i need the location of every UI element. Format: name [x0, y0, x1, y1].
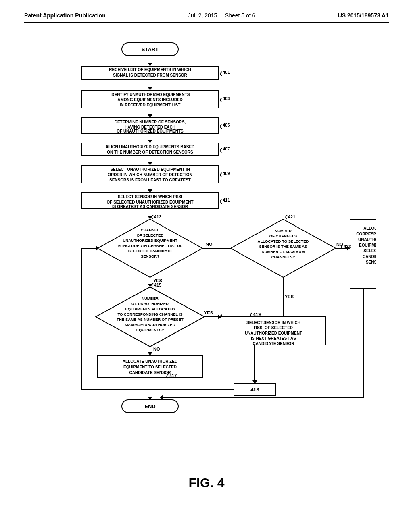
svg-text:SELECT SENSOR IN WHICH: SELECT SENSOR IN WHICH [246, 320, 300, 325]
svg-text:ALIGN UNAUTHORIZED EQUIPMENTS : ALIGN UNAUTHORIZED EQUIPMENTS BASED [106, 145, 195, 149]
svg-text:413: 413 [250, 387, 259, 393]
publication-date: Jul. 2, 2015 [188, 12, 217, 19]
svg-text:ALLOCATE: ALLOCATE [363, 226, 376, 231]
svg-marker-3 [148, 87, 152, 90]
svg-text:SENSOR?: SENSOR? [141, 254, 159, 258]
svg-text:407: 407 [223, 146, 230, 151]
svg-text:419: 419 [253, 312, 261, 317]
sheet-info: Sheet 5 of 6 [225, 12, 256, 19]
svg-text:SENSORS IS FROM LEAST TO GREAT: SENSORS IS FROM LEAST TO GREATEST [109, 178, 191, 182]
page: Patent Application Publication Jul. 2, 2… [0, 0, 413, 532]
svg-marker-36 [252, 380, 257, 384]
svg-text:SELECT UNAUTHORIZED EQUIPMENT : SELECT UNAUTHORIZED EQUIPMENT IN [110, 167, 190, 172]
svg-text:401: 401 [223, 70, 230, 75]
svg-marker-9 [148, 162, 152, 165]
svg-text:CHANNEL: CHANNEL [141, 228, 160, 232]
svg-text:UNAUTHORIZED EQUIPMENT: UNAUTHORIZED EQUIPMENT [123, 238, 177, 243]
header-center: Jul. 2, 2015 Sheet 5 of 6 [188, 12, 255, 19]
svg-text:OF SELECTED UNAUTHORIZED EQUIP: OF SELECTED UNAUTHORIZED EQUIPMENT [106, 200, 193, 204]
svg-text:NUMBER OF MAXIMUM: NUMBER OF MAXIMUM [262, 249, 305, 254]
svg-text:MAXIMUM UNAUTHORIZED: MAXIMUM UNAUTHORIZED [125, 322, 175, 327]
svg-text:413: 413 [154, 214, 161, 219]
header-left: Patent Application Publication [24, 12, 106, 19]
svg-text:CANDIDATE SENSOR: CANDIDATE SENSOR [129, 370, 171, 375]
svg-text:OF CHANNELS: OF CHANNELS [269, 234, 297, 238]
svg-text:NUMBER: NUMBER [142, 296, 159, 301]
svg-text:411: 411 [223, 197, 230, 202]
svg-text:CANDIDATE: CANDIDATE [363, 254, 376, 259]
svg-text:SENSOR: SENSOR [366, 260, 376, 264]
fig-label-text: FIG. 4 [189, 476, 225, 490]
svg-text:TO CORRESPONDING CHANNEL IS: TO CORRESPONDING CHANNEL IS [117, 312, 182, 316]
svg-text:UNAUTHORIZED: UNAUTHORIZED [358, 237, 376, 242]
svg-text:421: 421 [288, 214, 295, 219]
svg-text:YES: YES [285, 294, 294, 299]
svg-marker-39 [160, 395, 163, 400]
svg-text:IDENTIFY UNAUTHORIZED EQUIPMEN: IDENTIFY UNAUTHORIZED EQUIPMENTS [110, 92, 190, 97]
svg-text:423: 423 [344, 244, 351, 249]
svg-text:RSSI OF SELECTED: RSSI OF SELECTED [254, 326, 293, 330]
svg-text:SIGNAL IS DETECTED FROM SENSOR: SIGNAL IS DETECTED FROM SENSOR [113, 73, 187, 77]
svg-text:CHANNELS?: CHANNELS? [271, 255, 295, 259]
patent-number: US 2015/189573 A1 [338, 12, 389, 19]
patent-title: Patent Application Publication [24, 12, 106, 19]
svg-text:ORDER IN WHICH NUMBER OF DETEC: ORDER IN WHICH NUMBER OF DETECTION [108, 172, 192, 177]
svg-text:IN RECEIVED EQUIPMENT LIST: IN RECEIVED EQUIPMENT LIST [120, 103, 181, 107]
svg-text:409: 409 [223, 171, 230, 176]
svg-text:NUMBER: NUMBER [275, 229, 292, 233]
svg-text:SELECTED CANDIDATE: SELECTED CANDIDATE [128, 249, 172, 253]
svg-marker-27 [148, 397, 152, 400]
flowchart-container: YES NO NO YES YES [29, 35, 384, 463]
svg-text:SELECT SENSOR IN WHICH RSSI: SELECT SENSOR IN WHICH RSSI [118, 195, 182, 199]
svg-text:ALLOCATED TO SELECTED: ALLOCATED TO SELECTED [258, 239, 309, 243]
svg-text:AMONG EQUIPMENTS INCLUDED: AMONG EQUIPMENTS INCLUDED [117, 98, 183, 102]
svg-text:NO: NO [153, 347, 160, 351]
svg-text:405: 405 [223, 123, 230, 127]
svg-text:IS NEXT GREATEST AS: IS NEXT GREATEST AS [251, 336, 296, 341]
svg-text:DETERMINE NUMBER OF SENSORS,: DETERMINE NUMBER OF SENSORS, [115, 120, 186, 124]
svg-text:ON THE NUMBER OF DETECTION SEN: ON THE NUMBER OF DETECTION SENSORS [107, 150, 193, 154]
svg-text:415: 415 [154, 283, 161, 287]
svg-text:IS INCLUDED IN CHANNEL LIST OF: IS INCLUDED IN CHANNEL LIST OF [118, 243, 183, 248]
svg-text:OF UNAUTHORIZED EQUIPMENTS: OF UNAUTHORIZED EQUIPMENTS [117, 129, 184, 133]
svg-text:CANDIDATE SENSOR: CANDIDATE SENSOR [252, 341, 294, 346]
svg-marker-11 [148, 189, 152, 193]
svg-text:EQUIPMENT TO: EQUIPMENT TO [359, 243, 376, 247]
svg-text:RECEIVE LIST OF EQUIPMENTS IN : RECEIVE LIST OF EQUIPMENTS IN WHICH [109, 67, 191, 72]
svg-text:OF SELECTED: OF SELECTED [137, 233, 164, 237]
svg-text:EQUIPMENTS?: EQUIPMENTS? [136, 328, 164, 332]
svg-text:EQUIPMENTS ALLOCATED: EQUIPMENTS ALLOCATED [125, 307, 175, 311]
svg-text:NO: NO [206, 242, 213, 247]
svg-marker-5 [148, 114, 152, 118]
svg-marker-1 [148, 63, 152, 66]
svg-text:IS GREATEST AS CANDIDATE SENSO: IS GREATEST AS CANDIDATE SENSOR [112, 204, 188, 209]
figure-label: FIG. 4 [24, 476, 389, 490]
svg-text:START: START [142, 46, 159, 52]
svg-text:417: 417 [169, 373, 177, 378]
svg-text:YES: YES [204, 310, 213, 315]
svg-text:NO: NO [336, 242, 343, 247]
svg-text:EQUIPMENT TO SELECTED: EQUIPMENT TO SELECTED [123, 365, 177, 369]
svg-text:403: 403 [223, 96, 230, 101]
flowchart-svg: YES NO NO YES YES [29, 35, 376, 462]
svg-text:CORRESPONDING: CORRESPONDING [356, 232, 376, 236]
svg-text:ALLOCATE UNAUTHORIZED: ALLOCATE UNAUTHORIZED [123, 359, 177, 364]
svg-text:SELECTED: SELECTED [363, 249, 376, 253]
svg-text:UNAUTHORIZED EQUIPMENT: UNAUTHORIZED EQUIPMENT [245, 331, 302, 335]
header-right: US 2015/189573 A1 [338, 12, 389, 19]
svg-text:SENSOR IS THE SAME AS: SENSOR IS THE SAME AS [259, 244, 307, 249]
header: Patent Application Publication Jul. 2, 2… [24, 12, 389, 23]
svg-text:END: END [144, 403, 155, 409]
svg-marker-7 [148, 140, 152, 143]
svg-text:OF UNAUTHORIZED: OF UNAUTHORIZED [131, 301, 169, 306]
svg-marker-21 [148, 352, 152, 355]
svg-text:THE SAME AS NUMBER OF PRESET: THE SAME AS NUMBER OF PRESET [117, 317, 184, 322]
